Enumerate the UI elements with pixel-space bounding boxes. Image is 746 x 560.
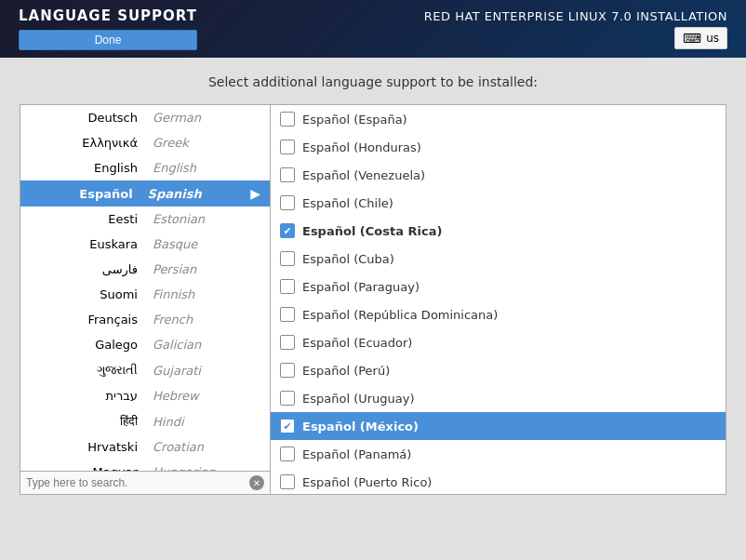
search-input[interactable]: [26, 476, 249, 489]
language-native-name: Deutsch: [30, 111, 145, 125]
language-item[interactable]: EuskaraBasque: [20, 232, 270, 257]
main-panel: DeutschGermanΕλληνικάGreekEnglishEnglish…: [20, 104, 726, 495]
locale-checkbox[interactable]: [280, 307, 295, 322]
language-native-name: עברית: [30, 389, 145, 403]
language-native-name: Suomi: [30, 287, 145, 301]
search-box[interactable]: ✕: [20, 471, 270, 494]
locale-checkbox[interactable]: [280, 112, 295, 127]
language-list-container: DeutschGermanΕλληνικάGreekEnglishEnglish…: [20, 104, 271, 495]
language-item[interactable]: HrvatskiCroatian: [20, 434, 270, 460]
locale-item[interactable]: Español (España): [271, 105, 726, 133]
locale-item[interactable]: Español (Chile): [271, 189, 726, 217]
language-english-name: Finnish: [145, 287, 260, 301]
locale-item[interactable]: Español (Honduras): [271, 133, 726, 161]
locale-label: Español (Honduras): [302, 140, 421, 154]
keyboard-layout: us: [706, 32, 719, 45]
locale-item[interactable]: Español (Ecuador): [271, 328, 726, 356]
language-english-name: Hindi: [145, 415, 260, 429]
language-english-name: Croatian: [145, 440, 260, 454]
language-item[interactable]: EnglishEnglish: [20, 155, 270, 180]
language-english-name: Galician: [145, 338, 260, 352]
language-item[interactable]: EestiEstonian: [20, 207, 270, 232]
locale-checkbox[interactable]: [280, 391, 295, 406]
locale-label: Español (Puerto Rico): [302, 475, 432, 489]
language-english-name: English: [145, 161, 260, 175]
locale-checkbox[interactable]: [280, 447, 295, 461]
language-english-name: Persian: [145, 262, 260, 276]
header-left: LANGUAGE SUPPORT Done: [19, 7, 197, 50]
language-native-name: English: [30, 161, 145, 175]
locale-item[interactable]: Español (Cuba): [271, 245, 726, 273]
locale-item[interactable]: Español (Puerto Rico): [271, 468, 726, 495]
locale-label: Español (República Dominicana): [302, 308, 498, 322]
language-item[interactable]: हिंदीHindi: [20, 408, 270, 434]
keyboard-icon: ⌨: [683, 31, 701, 46]
language-native-name: हिंदी: [30, 414, 145, 429]
language-item[interactable]: SuomiFinnish: [20, 282, 270, 307]
locale-checkbox[interactable]: [280, 251, 295, 266]
locale-checkbox[interactable]: [280, 279, 295, 294]
locale-checkbox[interactable]: [280, 474, 295, 489]
language-item[interactable]: فارسیPersian: [20, 257, 270, 282]
locale-list-container: Español (España)Español (Honduras)Españo…: [271, 104, 726, 495]
language-item[interactable]: עבריתHebrew: [20, 383, 270, 408]
language-native-name: Español: [30, 187, 140, 201]
language-native-name: فارسی: [30, 262, 145, 276]
locale-label: Español (Costa Rica): [302, 224, 442, 238]
language-item[interactable]: GalegoGalician: [20, 332, 270, 357]
language-native-name: Eesti: [30, 212, 145, 226]
locale-checkbox[interactable]: ✔: [280, 223, 295, 238]
locale-checkbox[interactable]: [280, 195, 295, 210]
locale-item[interactable]: Español (Venezuela): [271, 161, 726, 189]
locale-checkbox[interactable]: ✔: [280, 419, 295, 433]
language-english-name: Greek: [145, 136, 260, 150]
language-native-name: Hrvatski: [30, 440, 145, 454]
language-english-name: French: [145, 313, 260, 327]
language-native-name: Ελληνικά: [30, 136, 145, 150]
language-item[interactable]: FrançaisFrench: [20, 307, 270, 332]
locale-item[interactable]: Español (Paraguay): [271, 273, 726, 300]
locale-label: Español (Perú): [302, 364, 390, 378]
language-arrow-icon: ▶: [250, 186, 260, 201]
locale-label: Español (Venezuela): [302, 168, 425, 182]
keyboard-widget[interactable]: ⌨ us: [674, 27, 727, 49]
locale-label: Español (Cuba): [302, 252, 394, 266]
locale-item[interactable]: Español (República Dominicana): [271, 300, 726, 328]
language-english-name: Hebrew: [145, 389, 260, 403]
language-english-name: Spanish: [140, 187, 251, 201]
locale-checkbox[interactable]: [280, 140, 295, 154]
locale-label: Español (Paraguay): [302, 280, 420, 294]
locale-label: Español (México): [302, 420, 419, 433]
language-english-name: Estonian: [145, 212, 260, 226]
language-native-name: Galego: [30, 338, 145, 352]
language-item[interactable]: MagyarHungarian: [20, 460, 270, 471]
language-english-name: German: [145, 111, 260, 125]
language-native-name: ગુજરાતી: [30, 363, 145, 378]
locale-checkbox[interactable]: [280, 363, 295, 378]
language-list: DeutschGermanΕλληνικάGreekEnglishEnglish…: [20, 105, 270, 471]
locale-label: Español (Chile): [302, 196, 393, 210]
language-english-name: Gujarati: [145, 364, 260, 378]
locale-checkbox[interactable]: [280, 335, 295, 350]
app-title: LANGUAGE SUPPORT: [19, 7, 197, 24]
locale-item[interactable]: Español (Panamá): [271, 440, 726, 468]
subtitle: Select additional language support to be…: [208, 74, 538, 89]
language-item[interactable]: DeutschGerman: [20, 105, 270, 130]
done-button[interactable]: Done: [19, 30, 197, 50]
locale-label: Español (Panamá): [302, 447, 411, 461]
language-native-name: Euskara: [30, 237, 145, 251]
content-area: Select additional language support to be…: [0, 58, 746, 504]
locale-checkbox[interactable]: [280, 167, 295, 182]
locale-item[interactable]: Español (Perú): [271, 356, 726, 384]
locale-label: Español (Ecuador): [302, 336, 412, 350]
language-item[interactable]: EspañolSpanish▶: [20, 180, 270, 207]
search-clear-button[interactable]: ✕: [249, 475, 264, 490]
locale-item[interactable]: ✔Español (Costa Rica): [271, 217, 726, 245]
locale-label: Español (Uruguay): [302, 392, 415, 406]
language-item[interactable]: ΕλληνικάGreek: [20, 130, 270, 155]
locale-item[interactable]: Español (Uruguay): [271, 384, 726, 412]
locale-item[interactable]: ✔Español (México): [271, 412, 726, 440]
language-item[interactable]: ગુજરાતીGujarati: [20, 357, 270, 383]
header-right: RED HAT ENTERPRISE LINUX 7.0 INSTALLATIO…: [424, 9, 727, 49]
header: LANGUAGE SUPPORT Done RED HAT ENTERPRISE…: [0, 0, 746, 58]
